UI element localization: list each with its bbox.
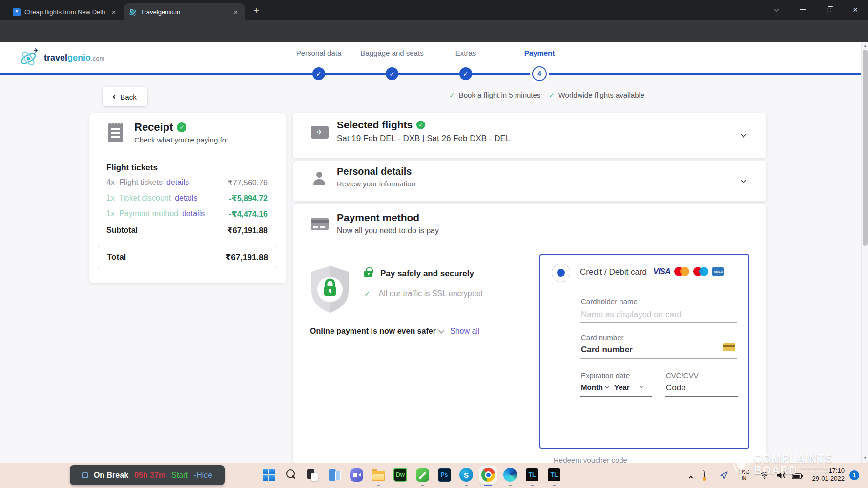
sync-tray-button[interactable] [703,471,705,480]
hide-link[interactable]: -Hide [194,471,212,480]
credit-card-option-label: Credit / Debit card [580,267,647,277]
card-number-label: Card number [581,333,624,342]
file-explorer-button[interactable] [370,466,387,484]
edge-button[interactable] [501,466,519,484]
tab-search-button[interactable] [765,2,787,18]
expiry-underline [580,396,652,397]
visa-icon: VISA [653,267,670,276]
running-dot [509,485,512,486]
personal-subtitle: Review your information [337,180,415,188]
scrollbar-thumb[interactable] [863,50,868,246]
page-scrollbar[interactable]: ▲ ▼ [861,42,868,463]
step-label-personal-data: Personal data [277,49,360,57]
row-amount: ₹77,560.76 [228,178,268,187]
volume-tray-button[interactable] [776,471,786,481]
break-status: On Break [94,471,128,480]
break-timer-widget[interactable]: On Break 05h 37m Start -Hide [70,465,225,485]
cvc-underline [665,396,738,397]
window-minimize-button[interactable] [792,2,813,18]
credit-card-radio[interactable] [552,264,570,282]
app-tl-1-button[interactable]: TL [523,466,541,484]
back-button[interactable]: Back [103,87,147,106]
personal-expand-button[interactable] [735,172,752,189]
location-tray-button[interactable] [720,471,728,482]
notification-badge[interactable]: 1 [849,470,859,480]
tab1-close-icon[interactable]: × [109,8,118,17]
row-label: Ticket discount [119,194,171,203]
benefit-text: Book a flight in 5 minutes [459,91,541,99]
subtotal-amount: ₹67,191.88 [227,226,268,235]
step-circle-extras[interactable]: ✓ [459,67,472,80]
start-link[interactable]: Start [171,471,188,480]
chevron-down-icon[interactable] [438,328,444,333]
app-tl-2-button[interactable]: TL [545,466,563,484]
window-restore-button[interactable] [818,2,840,18]
wifi-tray-button[interactable] [760,471,769,481]
receipt-section-heading: Flight tickets [106,163,158,173]
step-circle-baggage[interactable]: ✓ [386,67,398,80]
tab-travelgenio[interactable]: Travelgenio.in × [124,3,245,20]
tab-cheap-flights[interactable]: * Cheap flights from New Delhi to × [8,3,123,20]
cvc-input[interactable]: Code [666,383,686,393]
scroll-up-arrow[interactable]: ▲ [862,42,868,49]
expiry-label: Expiration date [581,371,630,380]
tab2-close-icon[interactable]: × [231,8,240,17]
receipt-row-flight-tickets: 4x Flight tickets details ₹77,560.76 [106,177,268,188]
security-shield-icon [309,265,351,314]
photoshop-button[interactable]: Ps [435,466,453,484]
clock[interactable]: 17:10 29-01-2022 [812,467,845,483]
tray-date: 29-01-2022 [812,475,845,483]
step-circle-payment[interactable]: 4 [532,66,547,81]
payment-subtitle: Now all you need to do is pay [337,226,439,235]
tab1-title: Cheap flights from New Delhi to [24,8,105,16]
cardholder-input[interactable]: Name as displayed on card [581,310,682,320]
language-line1: ENG [738,469,750,475]
chat-icon [350,468,363,482]
chevron-down-icon [640,385,643,388]
show-all-link[interactable]: Show all [450,327,479,336]
start-button[interactable] [260,466,277,484]
details-link[interactable]: details [182,209,205,218]
details-link[interactable]: details [166,178,189,187]
chrome-button[interactable] [479,466,497,484]
page-content: ✈ travelgenio.com Personal data Baggage … [0,42,868,463]
step-label-extras: Extras [424,49,507,57]
travelgenio-logo[interactable]: ✈ travelgenio.com [19,47,104,68]
payment-title: Payment method [337,212,419,224]
check-circle-icon: ✓ [177,122,186,132]
card-number-input[interactable]: Card number [581,345,633,355]
task-view-button[interactable] [326,466,343,484]
language-indicator[interactable]: ENG IN [738,469,750,481]
check-circle-icon: ✓ [416,121,425,129]
logo-genio: genio [67,53,91,62]
break-timer: 05h 37m [134,471,165,480]
person-icon [313,172,326,185]
search-button[interactable] [282,466,299,484]
widgets-button[interactable] [304,466,321,484]
year-select[interactable]: Year [614,383,643,391]
flights-title: Selected flights [337,119,413,131]
back-label: Back [120,93,136,101]
skype-button[interactable]: S [457,466,475,484]
maestro-icon [693,267,708,276]
tray-expand-button[interactable] [689,472,692,481]
chat-button[interactable] [348,466,365,484]
flight-ticket-icon: ✈ [311,126,329,139]
month-select[interactable]: Month [581,383,608,391]
window-close-button[interactable]: × [845,2,866,18]
step-circle-personal-data[interactable]: ✓ [312,67,325,80]
browser-tabstrip: * Cheap flights from New Delhi to × Trav… [0,0,868,20]
new-tab-button[interactable]: + [250,5,263,18]
flights-title-row: Selected flights ✓ [337,119,425,131]
tab1-favicon: * [13,8,21,16]
benefit-book-flight: ✓ Book a flight in 5 minutes [449,91,540,99]
flights-expand-button[interactable] [735,126,752,143]
scroll-down-arrow[interactable]: ▼ [862,455,868,462]
details-link[interactable]: details [175,194,197,203]
dreamweaver-button[interactable]: Dw [392,466,409,484]
sync-status-dot [703,477,706,481]
voucher-partial-text[interactable]: Redeem voucher code [554,456,627,463]
battery-tray-button[interactable] [792,472,803,481]
notes-app-button[interactable] [413,466,431,484]
dreamweaver-icon: Dw [393,468,407,482]
